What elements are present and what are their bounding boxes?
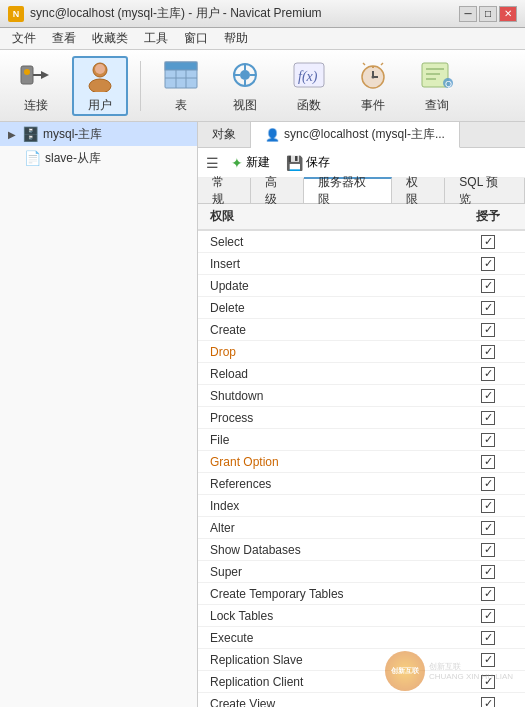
checkbox[interactable] (481, 609, 495, 623)
checkbox[interactable] (481, 235, 495, 249)
tab-user-detail[interactable]: 👤 sync@localhost (mysql-主库... (251, 122, 460, 148)
tab-advanced-label: 高级 (265, 174, 289, 208)
menu-item-收藏类[interactable]: 收藏类 (84, 28, 136, 49)
db-icon: 🗄️ (22, 126, 39, 142)
checkbox[interactable] (481, 455, 495, 469)
table-row: Select (198, 231, 525, 253)
user-button[interactable]: 用户 (72, 56, 128, 116)
tab-normal[interactable]: 常规 (198, 178, 251, 203)
checkbox[interactable] (481, 279, 495, 293)
event-button[interactable]: 事件 (345, 56, 401, 116)
checkbox[interactable] (481, 499, 495, 513)
perm-name: Grant Option (210, 455, 463, 469)
watermark-text: 创新互联 (429, 661, 513, 672)
query-button[interactable]: Q 查询 (409, 56, 465, 116)
menu-item-文件[interactable]: 文件 (4, 28, 44, 49)
checkbox[interactable] (481, 565, 495, 579)
tab-sql-preview[interactable]: SQL 预览 (445, 178, 525, 203)
table-row: Reload (198, 363, 525, 385)
tab-perm[interactable]: 权限 (392, 178, 445, 203)
perm-name: Create (210, 323, 463, 337)
table-row: References (198, 473, 525, 495)
table-row: Create Temporary Tables (198, 583, 525, 605)
checkbox[interactable] (481, 345, 495, 359)
perm-name: Alter (210, 521, 463, 535)
checkbox[interactable] (481, 389, 495, 403)
sidebar-slave-label: slave-从库 (45, 150, 101, 167)
right-panel: 对象 👤 sync@localhost (mysql-主库... ☰ ✦ 新建 … (198, 122, 525, 707)
perm-check (463, 565, 513, 579)
function-button[interactable]: f(x) 函数 (281, 56, 337, 116)
menu-item-窗口[interactable]: 窗口 (176, 28, 216, 49)
checkbox[interactable] (481, 367, 495, 381)
connect-label: 连接 (24, 97, 48, 114)
table-button[interactable]: 表 (153, 56, 209, 116)
perm-check (463, 323, 513, 337)
expand-arrow: ▶ (8, 129, 18, 140)
save-button[interactable]: 💾 保存 (282, 152, 334, 173)
table-row: Drop (198, 341, 525, 363)
checkbox[interactable] (481, 521, 495, 535)
function-label: 函数 (297, 97, 321, 114)
menu-bar: 文件查看收藏类工具窗口帮助 (0, 28, 525, 50)
connect-icon (18, 57, 54, 93)
tab-server-perm[interactable]: 服务器权限 (304, 177, 393, 203)
new-button[interactable]: ✦ 新建 (227, 152, 274, 173)
svg-line-25 (363, 63, 365, 65)
perm-rows-container: SelectInsertUpdateDeleteCreateDropReload… (198, 231, 525, 707)
view-icon (227, 57, 263, 93)
checkbox[interactable] (481, 301, 495, 315)
checkbox[interactable] (481, 433, 495, 447)
new-icon: ✦ (231, 155, 243, 171)
svg-point-1 (24, 69, 30, 75)
perm-name: Delete (210, 301, 463, 315)
table-row: File (198, 429, 525, 451)
new-label: 新建 (246, 154, 270, 171)
checkbox[interactable] (481, 697, 495, 708)
view-button[interactable]: 视图 (217, 56, 273, 116)
watermark-subtext: CHUANG XIN HU LIAN (429, 672, 513, 681)
perm-name: Drop (210, 345, 463, 359)
table-row: Process (198, 407, 525, 429)
table-row: Index (198, 495, 525, 517)
checkbox[interactable] (481, 257, 495, 271)
window-controls: ─ □ ✕ (459, 6, 517, 22)
checkbox[interactable] (481, 587, 495, 601)
tab-advanced[interactable]: 高级 (251, 178, 304, 203)
menu-item-查看[interactable]: 查看 (44, 28, 84, 49)
perm-table-header: 权限 授予 (198, 204, 525, 231)
query-label: 查询 (425, 97, 449, 114)
svg-text:Q: Q (445, 79, 452, 89)
perm-check (463, 389, 513, 403)
perm-name: Create Temporary Tables (210, 587, 463, 601)
event-label: 事件 (361, 97, 385, 114)
checkbox[interactable] (481, 411, 495, 425)
perm-check (463, 367, 513, 381)
svg-point-24 (372, 76, 375, 79)
table-row: Create (198, 319, 525, 341)
menu-icon[interactable]: ☰ (206, 155, 219, 171)
sidebar-item-mysql-master[interactable]: ▶ 🗄️ mysql-主库 (0, 122, 197, 146)
tab-perm-label: 权限 (406, 174, 430, 208)
checkbox[interactable] (481, 543, 495, 557)
perm-check (463, 697, 513, 708)
minimize-button[interactable]: ─ (459, 6, 477, 22)
app-icon: N (8, 6, 24, 22)
tab-object[interactable]: 对象 (198, 122, 251, 147)
maximize-button[interactable]: □ (479, 6, 497, 22)
checkbox[interactable] (481, 323, 495, 337)
checkbox[interactable] (481, 477, 495, 491)
sidebar: ▶ 🗄️ mysql-主库 📄 slave-从库 (0, 122, 198, 707)
menu-item-工具[interactable]: 工具 (136, 28, 176, 49)
close-button[interactable]: ✕ (499, 6, 517, 22)
perm-name: Process (210, 411, 463, 425)
connect-button[interactable]: 连接 (8, 56, 64, 116)
table-row: Create View (198, 693, 525, 707)
user-icon-small: 👤 (265, 128, 280, 142)
user-icon (82, 58, 118, 93)
menu-item-帮助[interactable]: 帮助 (216, 28, 256, 49)
table-row: Super (198, 561, 525, 583)
checkbox[interactable] (481, 631, 495, 645)
sidebar-item-slave[interactable]: 📄 slave-从库 (0, 146, 197, 170)
tab-user-detail-label: sync@localhost (mysql-主库... (284, 126, 445, 143)
